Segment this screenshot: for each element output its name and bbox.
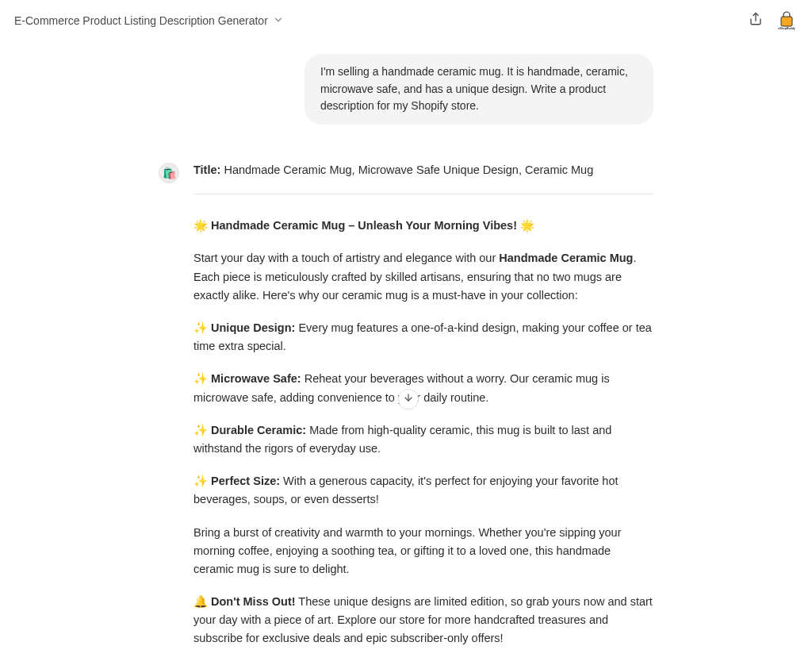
- arrow-down-icon: [403, 392, 414, 406]
- app-header: E-Commerce Product Listing Description G…: [0, 0, 812, 38]
- feature-unique-design: ✨ Unique Design: Every mug features a on…: [193, 319, 653, 356]
- feature-label: ✨ Unique Design:: [193, 321, 295, 334]
- feature-label: ✨ Microwave Safe:: [193, 372, 301, 385]
- title-label: Title:: [193, 163, 220, 176]
- title-value: Handmade Ceramic Mug, Microwave Safe Uni…: [224, 163, 593, 176]
- feature-perfect-size: ✨ Perfect Size: With a generous capacity…: [193, 472, 653, 509]
- chevron-down-icon: [273, 14, 284, 28]
- scroll-to-bottom-button[interactable]: [398, 389, 419, 409]
- dont-miss-out: 🔔 Don't Miss Out! These unique designs a…: [193, 593, 653, 648]
- header-actions: eShopBuddy: [749, 11, 796, 30]
- conversation-title-dropdown[interactable]: E-Commerce Product Listing Description G…: [14, 14, 284, 28]
- conversation-title: E-Commerce Product Listing Description G…: [14, 14, 268, 27]
- svg-text:eShopBuddy: eShopBuddy: [778, 27, 795, 30]
- feature-microwave-safe: ✨ Microwave Safe: Reheat your beverages …: [193, 370, 653, 406]
- intro-pre: Start your day with a touch of artistry …: [193, 252, 499, 264]
- cta-line: Add a splash of joy to your daily routin…: [193, 663, 653, 665]
- intro-bold: Handmade Ceramic Mug: [499, 252, 633, 264]
- miss-label: 🔔 Don't Miss Out!: [193, 595, 296, 608]
- assistant-avatar: 🛍️: [159, 163, 179, 183]
- closing-paragraph-1: Bring a burst of creativity and warmth t…: [193, 524, 653, 579]
- section-divider: [193, 194, 653, 194]
- integration-logo[interactable]: eShopBuddy: [777, 11, 796, 30]
- conversation-area: I'm selling a handmade ceramic mug. It i…: [0, 38, 812, 665]
- feature-durable-ceramic: ✨ Durable Ceramic: Made from high-qualit…: [193, 421, 653, 458]
- feature-label: ✨ Perfect Size:: [193, 475, 280, 487]
- share-icon[interactable]: [749, 12, 763, 29]
- user-message-row: I'm selling a handmade ceramic mug. It i…: [0, 54, 812, 144]
- intro-paragraph: Start your day with a touch of artistry …: [193, 249, 653, 305]
- user-message-text: I'm selling a handmade ceramic mug. It i…: [320, 65, 628, 112]
- product-title-line: Title: Handmade Ceramic Mug, Microwave S…: [193, 161, 653, 179]
- headline: 🌟 Handmade Ceramic Mug – Unleash Your Mo…: [193, 217, 653, 235]
- user-message-bubble: I'm selling a handmade ceramic mug. It i…: [304, 54, 653, 125]
- feature-label: ✨ Durable Ceramic:: [193, 424, 306, 436]
- headline-text: 🌟 Handmade Ceramic Mug – Unleash Your Mo…: [193, 219, 534, 232]
- assistant-message-content: Title: Handmade Ceramic Mug, Microwave S…: [193, 161, 653, 665]
- svg-rect-1: [781, 17, 792, 26]
